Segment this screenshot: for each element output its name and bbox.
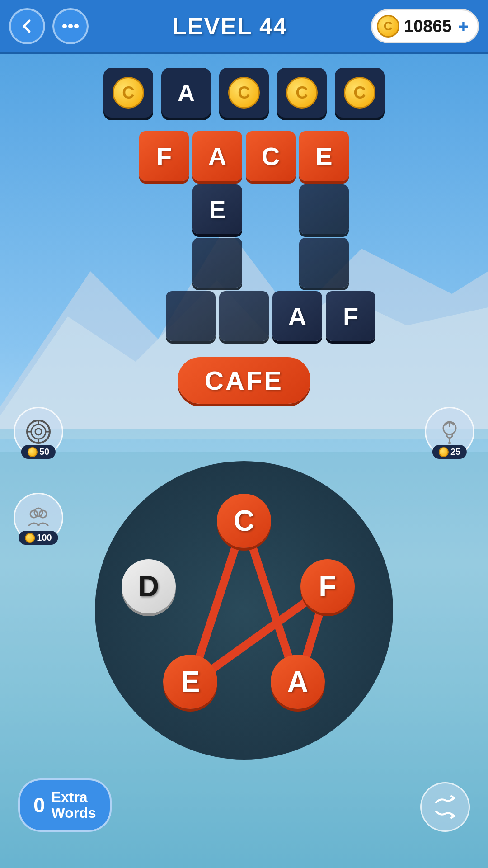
grid-row-3: A F — [113, 291, 375, 341]
extra-words-button[interactable]: 0 ExtraWords — [18, 778, 112, 832]
coins-badge: C 10865 + — [371, 9, 479, 43]
letter-wheel: C F A E D — [95, 461, 393, 760]
back-button[interactable] — [9, 8, 45, 44]
svg-point-17 — [34, 508, 42, 516]
level-title: LEVEL 44 — [172, 13, 287, 40]
letter-node-a[interactable]: A — [271, 655, 325, 709]
team-cost-text: 100 — [37, 533, 52, 543]
grid-row-2 — [139, 238, 349, 288]
target-cost: 50 — [21, 445, 56, 459]
extra-words-count: 0 — [33, 793, 45, 817]
cell-f: F — [139, 131, 189, 181]
shuffle-button[interactable] — [420, 782, 470, 832]
svg-point-9 — [31, 425, 46, 439]
cell-empty-1 — [299, 184, 349, 234]
svg-point-5 — [62, 24, 67, 28]
cell-a: A — [192, 131, 242, 181]
coins-amount: 10865 — [404, 17, 452, 36]
reward-tile-2: C — [219, 68, 269, 118]
coins-plus: + — [458, 16, 469, 37]
team-powerup-button[interactable]: 100 — [14, 493, 63, 542]
reward-coin-2: C — [228, 77, 260, 108]
powerups-right: 25 — [425, 407, 474, 457]
reward-tile-1: A — [161, 68, 211, 118]
cell-e: E — [299, 131, 349, 181]
grid-row-1: E — [139, 184, 349, 234]
letter-node-d[interactable]: D — [122, 559, 176, 613]
target-cost-text: 50 — [39, 447, 49, 457]
cell-f2: F — [326, 291, 375, 341]
current-word-text: CAFE — [205, 366, 283, 395]
svg-point-7 — [74, 24, 79, 28]
svg-point-20 — [448, 442, 451, 444]
cell-e2: E — [192, 184, 242, 234]
svg-point-10 — [35, 429, 42, 435]
reward-letter-1: A — [178, 79, 195, 106]
coin-icon: C — [377, 15, 399, 38]
cell-empty-2 — [192, 238, 242, 288]
cell-empty-4 — [166, 291, 216, 341]
hint-cost: 25 — [432, 445, 467, 459]
reward-coin-0: C — [113, 77, 144, 108]
cell-a2: A — [272, 291, 322, 341]
cell-empty-5 — [219, 291, 269, 341]
grid-row-0: F A C E — [139, 131, 349, 181]
cell-empty-3 — [299, 238, 349, 288]
powerups-left: 50 100 — [14, 407, 63, 542]
team-cost: 100 — [19, 531, 58, 545]
reward-row: C A C C C — [0, 54, 488, 122]
svg-point-6 — [68, 24, 73, 28]
reward-coin-4: C — [344, 77, 375, 108]
reward-tile-3: C — [277, 68, 327, 118]
current-word-display: CAFE — [178, 357, 310, 404]
reward-tile-4: C — [335, 68, 385, 118]
letter-node-f[interactable]: F — [300, 559, 355, 613]
cell-c: C — [246, 131, 296, 181]
menu-button[interactable] — [52, 8, 89, 44]
reward-tile-0: C — [103, 68, 153, 118]
reward-coin-3: C — [286, 77, 318, 108]
hint-cost-text: 25 — [450, 447, 460, 457]
letter-node-e[interactable]: E — [163, 655, 217, 709]
target-powerup-button[interactable]: 50 — [14, 407, 63, 457]
header: LEVEL 44 C 10865 + — [0, 0, 488, 54]
hint-powerup-button[interactable]: 25 — [425, 407, 474, 457]
game-grid: F A C E E A F — [0, 131, 488, 341]
header-left — [9, 8, 89, 44]
extra-words-label: ExtraWords — [52, 789, 96, 821]
letter-node-c[interactable]: C — [217, 494, 271, 548]
